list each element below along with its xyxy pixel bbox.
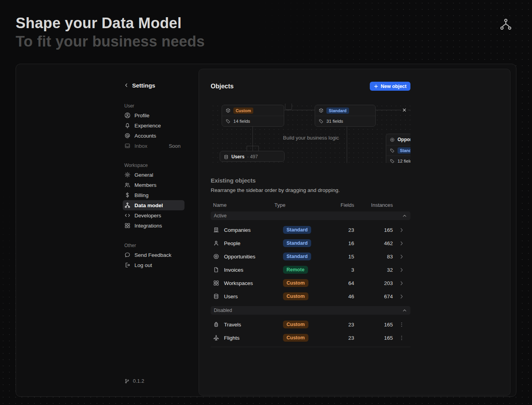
object-name: Companies (224, 227, 251, 233)
column-name: Name (211, 202, 274, 208)
dots-vertical-icon[interactable] (399, 322, 405, 328)
type-badge: Custom (283, 334, 308, 342)
objects-title: Objects (211, 83, 234, 90)
instances-count: 462 (354, 240, 393, 246)
code-icon (124, 212, 131, 219)
chevron-right-icon[interactable] (399, 294, 405, 299)
new-object-button[interactable]: New object (370, 82, 410, 91)
fields-count: 46 (321, 294, 354, 299)
settings-sidebar: Settings User Profile Experience Account… (123, 64, 184, 396)
data-model-icon (124, 202, 131, 208)
fields-count: 12 fields (398, 159, 410, 163)
type-badge: Custom (283, 279, 308, 287)
chevron-right-icon[interactable] (399, 254, 405, 260)
instances-count: 165 (354, 322, 393, 328)
sidebar-item-label: Inbox (134, 143, 147, 149)
fields-count: 23 (321, 227, 354, 233)
instances-count: 165 (354, 227, 393, 233)
group-header-disabled[interactable]: Disabled (211, 306, 410, 315)
chevron-right-icon[interactable] (399, 227, 405, 233)
chevron-right-icon[interactable] (399, 280, 405, 286)
table-header: Name Type Fields Instances (211, 198, 410, 211)
target-icon (213, 253, 219, 260)
table-row-workspaces[interactable]: Workspaces Custom 64 203 (211, 276, 410, 290)
sidebar-item-inbox: Inbox Soon (123, 141, 184, 151)
database-icon (213, 293, 219, 299)
version-branch-icon (124, 378, 130, 384)
sidebar-item-members[interactable]: Members (123, 180, 184, 190)
objects-card: Objects New object (199, 69, 511, 396)
table-row-users[interactable]: Users Custom 46 674 (211, 290, 410, 303)
cube-icon (319, 108, 324, 113)
table-divider (211, 347, 410, 347)
type-badge: Custom (233, 108, 253, 114)
connection-line (284, 110, 315, 110)
sidebar-section-workspace: Workspace (123, 163, 184, 168)
table-row-travels[interactable]: Travels Custom 23 165 (211, 318, 410, 331)
canvas-node-custom[interactable]: Custom 14 fields (222, 105, 284, 127)
canvas-node-opportunities[interactable]: Opportunities Standard 12 fields (386, 134, 410, 163)
connection-line (258, 146, 259, 151)
sidebar-item-label: Log out (134, 262, 152, 268)
sidebar-section-user: User (123, 103, 184, 109)
settings-back-button[interactable]: Settings (123, 81, 184, 89)
canvas-hint: Build your business logic (283, 135, 339, 141)
sidebar-item-label: Profile (134, 113, 149, 118)
dollar-icon (124, 192, 131, 198)
objects-table: Name Type Fields Instances Active Compan… (211, 198, 410, 347)
sidebar-item-label: General (134, 172, 153, 178)
table-row-flights[interactable]: Flights Custom 23 165 (211, 331, 410, 344)
fields-count: 15 (321, 254, 354, 260)
sidebar-item-log-out[interactable]: Log out (123, 260, 184, 270)
fields-count: 16 (321, 240, 354, 246)
group-header-active[interactable]: Active (211, 211, 410, 220)
table-row-invoices[interactable]: Invoices Remote 3 32 (211, 263, 410, 276)
page: Shape your Data Model To fit your busine… (0, 0, 532, 405)
sidebar-item-integrations[interactable]: Integrations (123, 220, 184, 231)
chevron-right-icon[interactable] (399, 267, 405, 273)
connection-line (347, 126, 347, 163)
chevron-right-icon[interactable] (399, 240, 405, 246)
logout-icon (124, 262, 131, 268)
existing-objects-description: Rearrange the sidebar order by dragging … (211, 187, 340, 193)
canvas-node-standard[interactable]: Standard 31 fields (315, 105, 376, 127)
sidebar-item-profile[interactable]: Profile (123, 110, 184, 120)
sidebar-item-send-feedback[interactable]: Send Feedback (123, 250, 184, 260)
chevron-up-icon[interactable] (402, 213, 407, 219)
canvas-node-users[interactable]: Users · 497 (220, 151, 285, 162)
fields-count: 64 (321, 280, 354, 286)
group-label: Active (214, 213, 227, 219)
dots-vertical-icon[interactable] (399, 335, 405, 341)
connection-line (247, 146, 247, 151)
type-badge: Standard (398, 147, 410, 154)
remove-connection-button[interactable] (401, 107, 408, 113)
building-icon (213, 227, 219, 233)
type-badge: Standard (283, 239, 311, 247)
chevron-up-icon[interactable] (402, 308, 407, 313)
sidebar-item-experience[interactable]: Experience (123, 120, 184, 131)
object-name: Workspaces (224, 280, 253, 286)
sidebar-item-general[interactable]: General (123, 170, 184, 180)
sidebar-item-developers[interactable]: Developers (123, 210, 184, 220)
sidebar-item-label: Billing (134, 192, 149, 198)
table-row-opportunities[interactable]: Opportunities Standard 15 83 (211, 250, 410, 263)
page-title: Shape your Data Model (16, 15, 181, 32)
instances-count: 203 (354, 280, 393, 286)
person-icon (213, 240, 219, 246)
inbox-icon (124, 143, 131, 149)
bell-icon (124, 122, 131, 129)
table-row-companies[interactable]: Companies Standard 23 165 (211, 223, 410, 237)
group-label: Disabled (214, 308, 232, 313)
object-canvas[interactable]: Build your business logic Custom 14 fiel… (211, 104, 410, 163)
cube-icon (226, 108, 231, 113)
fields-count: 23 (321, 335, 354, 341)
sidebar-item-billing[interactable]: Billing (123, 190, 184, 200)
tag-icon (390, 159, 395, 163)
table-row-people[interactable]: People Standard 16 462 (211, 237, 410, 250)
sidebar-item-data-model[interactable]: Data model (123, 200, 184, 210)
connector-handle[interactable] (285, 104, 292, 110)
sidebar-item-accounts[interactable]: Accounts (123, 131, 184, 141)
tag-icon (319, 119, 324, 124)
sidebar-item-label: Integrations (134, 223, 162, 229)
fields-count: 31 fields (326, 119, 343, 124)
